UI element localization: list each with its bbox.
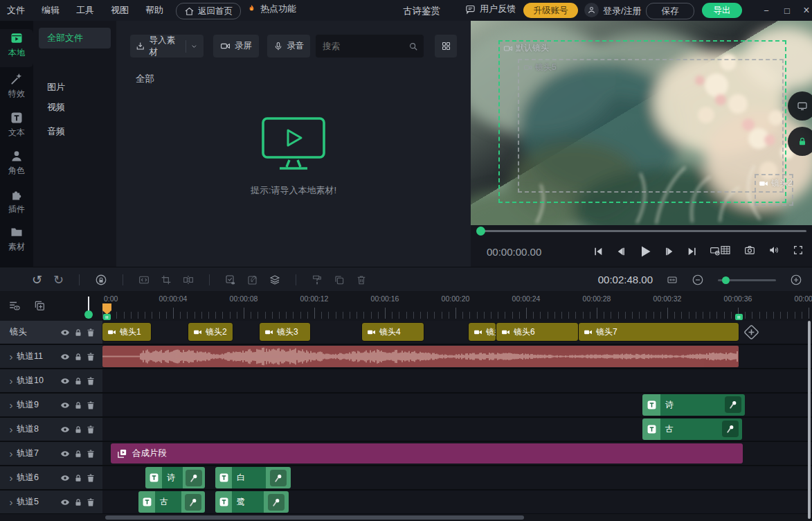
chevron-right-icon[interactable]: › (6, 375, 17, 387)
eye-icon[interactable] (60, 400, 70, 410)
menu-file[interactable]: 文件 (7, 4, 25, 17)
compound-clip[interactable]: 合成片段 (111, 443, 743, 463)
timeline-lane[interactable]: 镜头1 镜头2 镜头3 镜头4 镜头5 镜头6 (102, 321, 812, 344)
track-manage-icon[interactable] (8, 299, 21, 312)
crop-icon[interactable] (161, 274, 172, 285)
track-header-row[interactable]: 镜头 (0, 321, 102, 344)
timeline-lane[interactable] (102, 345, 812, 368)
shot-clip[interactable]: 镜头3 (260, 323, 310, 341)
timeline-zoom-slider[interactable] (718, 276, 776, 284)
eye-icon[interactable] (60, 497, 70, 507)
hscrollbar-thumb[interactable] (105, 515, 524, 520)
category-videos[interactable]: 视频 (47, 101, 65, 114)
audio-clip[interactable] (102, 346, 739, 367)
record-keyframe-icon[interactable] (95, 274, 107, 286)
account-avatar[interactable] (584, 3, 599, 17)
clip-left-handle[interactable] (215, 491, 232, 513)
track-header-row[interactable]: › 轨道9 (0, 394, 102, 416)
play-icon[interactable] (638, 245, 652, 258)
display-settings-icon[interactable] (710, 246, 721, 257)
chevron-right-icon[interactable]: › (6, 448, 17, 459)
skip-start-icon[interactable] (593, 246, 604, 257)
render-brush-icon[interactable] (312, 274, 323, 285)
sidebar-item-assets[interactable]: 素材 (0, 223, 33, 261)
track-header-row[interactable]: › 轨道7 (0, 442, 102, 465)
search-icon[interactable] (408, 42, 418, 51)
sidebar-item-text[interactable]: 文本 (0, 109, 33, 147)
menu-edit[interactable]: 编辑 (42, 4, 60, 17)
window-minimize-button[interactable]: − (757, 0, 775, 21)
timeline-lane[interactable]: 诗 白 (102, 466, 812, 489)
lock-icon[interactable] (73, 400, 83, 410)
pause-marker-badge[interactable]: II (103, 314, 111, 320)
clip-animation-button[interactable] (725, 396, 741, 413)
shot-clip[interactable]: 镜头6 (496, 323, 578, 341)
shot-clip[interactable]: 镜头2 (188, 323, 233, 341)
text-clip[interactable]: 古 (138, 491, 205, 513)
menu-tools[interactable]: 工具 (76, 4, 94, 17)
feedback-button[interactable]: 用户反馈 (465, 3, 516, 15)
search-input[interactable] (321, 41, 408, 52)
lock-icon[interactable] (73, 449, 83, 459)
window-maximize-button[interactable]: □ (778, 0, 796, 21)
trash-icon[interactable] (86, 425, 96, 434)
playhead-handle[interactable] (84, 310, 93, 319)
shot-clip[interactable]: 镜头7 (579, 323, 739, 341)
trash-icon[interactable] (86, 328, 96, 337)
volume-icon[interactable] (768, 245, 779, 256)
fullscreen-icon[interactable] (793, 245, 804, 256)
clip-animation-button[interactable] (270, 470, 287, 486)
export-button[interactable]: 导出 (702, 3, 742, 18)
lock-icon[interactable] (73, 425, 83, 434)
clip-left-handle[interactable] (138, 491, 155, 513)
clip-right-handle[interactable] (266, 467, 291, 488)
clip-animation-button[interactable] (268, 494, 285, 511)
hot-features-button[interactable]: 热点功能 (246, 3, 296, 15)
shot-clip[interactable]: 镜头4 (362, 323, 424, 341)
back-home-button[interactable]: 返回首页 (176, 3, 241, 19)
trash-icon[interactable] (86, 352, 96, 362)
zoom-slider-handle[interactable] (722, 276, 730, 284)
pause-marker-badge[interactable]: II (735, 314, 743, 320)
save-button[interactable]: 保存 (646, 3, 694, 19)
login-register-button[interactable]: 登录/注册 (603, 5, 642, 17)
text-clip[interactable]: 鹭 (215, 491, 289, 513)
upgrade-account-button[interactable]: 升级账号 (523, 3, 578, 18)
shot-clip[interactable]: 镜头5 (469, 323, 496, 341)
chevron-right-icon[interactable]: › (6, 423, 17, 435)
trash-icon[interactable] (86, 473, 96, 483)
category-all-files[interactable]: 全部文件 (39, 28, 111, 48)
chevron-right-icon[interactable]: › (6, 351, 17, 362)
lock-icon[interactable] (73, 473, 83, 483)
trash-icon[interactable] (86, 497, 96, 507)
eye-icon[interactable] (60, 328, 70, 337)
eye-icon[interactable] (60, 425, 70, 434)
timeline-lane[interactable]: 合成片段 (102, 442, 812, 465)
clip-left-handle[interactable] (145, 467, 162, 488)
window-close-button[interactable]: × (797, 0, 812, 21)
sidebar-item-local[interactable]: 本地 (0, 29, 33, 67)
sidebar-item-character[interactable]: 角色 (0, 147, 33, 185)
eye-icon[interactable] (60, 473, 70, 483)
preview-seekbar[interactable] (471, 225, 812, 238)
shot-clip[interactable]: 镜头1 (102, 323, 151, 341)
trash-icon[interactable] (86, 449, 96, 459)
snapshot-icon[interactable] (744, 245, 755, 256)
preview-display-button[interactable] (788, 91, 812, 121)
skip-end-icon[interactable] (687, 246, 698, 257)
clip-right-handle[interactable] (264, 491, 289, 513)
eye-icon[interactable] (60, 352, 70, 362)
text-clip[interactable]: 诗 (642, 394, 745, 416)
trash-icon[interactable] (86, 400, 96, 410)
menu-help[interactable]: 帮助 (145, 4, 163, 17)
category-images[interactable]: 图片 (47, 81, 65, 94)
record-audio-button[interactable]: 录音 (267, 35, 310, 58)
chevron-right-icon[interactable]: › (6, 399, 17, 411)
copy-icon[interactable] (334, 274, 345, 285)
filter-all-label[interactable]: 全部 (136, 73, 154, 85)
record-screen-button[interactable]: 录屏 (213, 35, 259, 58)
lock-icon[interactable] (73, 497, 83, 507)
track-header-row[interactable]: › 轨道8 (0, 418, 102, 441)
undo-button[interactable]: ↺ (32, 274, 42, 286)
grid-view-button[interactable] (435, 35, 457, 58)
